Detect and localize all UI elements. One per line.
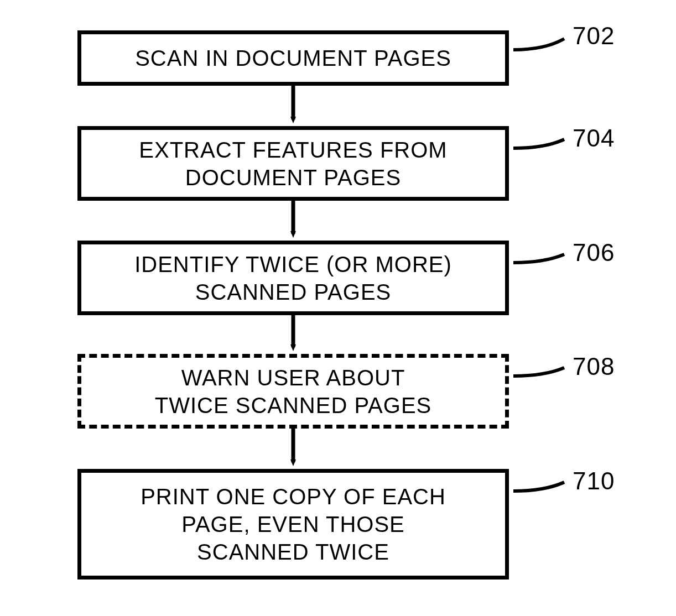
flow-label-706: 706 — [573, 239, 615, 267]
flow-label-704: 704 — [573, 124, 615, 152]
flow-step-710-text: PRINT ONE COPY OF EACHPAGE, EVEN THOSESC… — [141, 483, 446, 566]
flow-step-706: IDENTIFY TWICE (OR MORE)SCANNED PAGES — [77, 241, 509, 315]
flow-label-702: 702 — [573, 22, 615, 50]
flowchart-canvas: SCAN IN DOCUMENT PAGES EXTRACT FEATURES … — [0, 0, 676, 616]
flow-step-710: PRINT ONE COPY OF EACHPAGE, EVEN THOSESC… — [77, 469, 509, 580]
flow-step-706-text: IDENTIFY TWICE (OR MORE)SCANNED PAGES — [134, 250, 452, 306]
flow-step-708-text: WARN USER ABOUTTWICE SCANNED PAGES — [155, 364, 432, 419]
flow-step-704-text: EXTRACT FEATURES FROMDOCUMENT PAGES — [139, 136, 447, 191]
flow-label-710: 710 — [573, 467, 615, 495]
flow-step-704: EXTRACT FEATURES FROMDOCUMENT PAGES — [77, 126, 509, 201]
flow-step-702-text: SCAN IN DOCUMENT PAGES — [135, 44, 451, 72]
flow-step-708: WARN USER ABOUTTWICE SCANNED PAGES — [77, 354, 509, 429]
flow-label-708: 708 — [573, 353, 615, 380]
flow-step-702: SCAN IN DOCUMENT PAGES — [77, 30, 509, 86]
